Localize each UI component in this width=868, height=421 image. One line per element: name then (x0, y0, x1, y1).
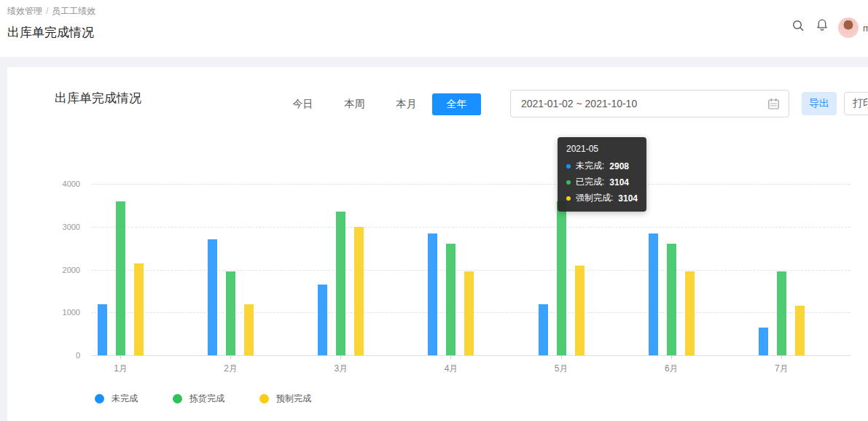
bar-group-3 (286, 184, 396, 355)
print-button[interactable]: 打印 (844, 92, 868, 115)
date-range-value: 2021-01-02 ~ 2021-10-10 (521, 98, 767, 109)
legend-label: 未完成 (112, 393, 138, 405)
x-axis-cell: 2月 (176, 356, 286, 375)
export-button[interactable]: 导出 (802, 92, 837, 115)
tooltip-series-dot (566, 196, 571, 201)
chart-tooltip: 2021-05 未完成:2908已完成:3104强制完成:3104 (558, 137, 646, 212)
bar-m6-preset-complete[interactable] (685, 271, 695, 355)
x-axis-tick (230, 356, 231, 359)
x-axis-tick (450, 356, 451, 359)
bar-m1-preset-complete[interactable] (134, 263, 144, 355)
bar-m2-preset-complete[interactable] (244, 304, 254, 356)
filter-full-year[interactable]: 全年 (432, 93, 481, 115)
legend-label: 预制完成 (276, 393, 311, 405)
chart-legend: 未完成拣货完成预制完成 (95, 393, 311, 405)
tooltip-row: 强制完成:3104 (566, 192, 638, 204)
tooltip-series-dot (566, 164, 571, 169)
legend-preset-complete[interactable]: 预制完成 (259, 393, 311, 405)
breadcrumb: 绩效管理/员工工绩效 (7, 5, 95, 18)
x-axis-tick (120, 356, 121, 359)
x-axis: 1月2月3月4月5月6月7月 (66, 356, 837, 375)
bar-m7-incomplete[interactable] (759, 328, 768, 355)
tooltip-series-dot (566, 180, 571, 185)
legend-dot-preset-complete (259, 394, 269, 403)
bar-m6-incomplete[interactable] (649, 233, 658, 355)
bar-m7-preset-complete[interactable] (795, 306, 805, 355)
legend-dot-incomplete (95, 394, 104, 403)
bar-m2-picking-complete[interactable] (226, 271, 235, 355)
search-icon[interactable] (791, 19, 805, 32)
bar-group-1 (66, 184, 176, 355)
x-axis-cell: 6月 (617, 356, 727, 375)
x-axis-cell: 7月 (727, 356, 837, 375)
legend-picking-complete[interactable]: 拣货完成 (173, 393, 224, 405)
bar-m2-incomplete[interactable] (208, 239, 217, 355)
bar-group-2 (176, 184, 286, 355)
bar-m4-preset-complete[interactable] (464, 271, 474, 355)
legend-label: 拣货完成 (189, 393, 224, 405)
bar-m5-preset-complete[interactable] (575, 266, 584, 355)
breadcrumb-item-employee-performance[interactable]: 员工工绩效 (52, 6, 95, 16)
x-axis-label: 3月 (335, 363, 348, 375)
x-axis-label: 5月 (555, 363, 568, 375)
top-bar: 绩效管理/员工工绩效 出库单完成情况 m (0, 0, 868, 57)
date-range-input[interactable]: 2021-01-02 ~ 2021-10-10 (510, 90, 789, 117)
bar-m6-picking-complete[interactable] (667, 244, 676, 355)
bar-group-7 (727, 184, 837, 355)
bar-m3-incomplete[interactable] (318, 285, 327, 355)
tooltip-series-label: 已完成: (576, 176, 604, 188)
bar-m5-picking-complete[interactable] (557, 201, 566, 356)
calendar-icon[interactable] (767, 98, 780, 110)
bar-plot-area (66, 184, 837, 355)
time-filter-group: 今日本周本月全年 (277, 93, 481, 115)
x-axis-tick (561, 356, 562, 359)
page-title: 出库单完成情况 (7, 24, 94, 41)
tooltip-title: 2021-05 (566, 144, 638, 154)
x-axis-label: 2月 (224, 363, 238, 375)
breadcrumb-separator: / (46, 6, 48, 16)
legend-dot-picking-complete (173, 394, 182, 403)
bar-m4-incomplete[interactable] (428, 233, 437, 355)
filter-this-month[interactable]: 本月 (380, 98, 432, 111)
x-axis-label: 1月 (114, 363, 128, 375)
bell-icon[interactable] (816, 18, 829, 31)
tooltip-series-value: 3104 (609, 177, 629, 188)
card-title: 出库单完成情况 (55, 90, 141, 107)
chart-card: 出库单完成情况 今日本周本月全年 2021-01-02 ~ 2021-10-10… (7, 67, 868, 421)
x-axis-tick (781, 356, 782, 359)
bar-m1-picking-complete[interactable] (116, 201, 125, 356)
x-axis-cell: 5月 (507, 356, 617, 375)
bar-m3-picking-complete[interactable] (336, 212, 345, 355)
x-axis-label: 4月 (445, 363, 458, 375)
bar-m5-incomplete[interactable] (539, 304, 548, 356)
bar-m7-picking-complete[interactable] (777, 271, 786, 355)
tooltip-row: 未完成:2908 (566, 160, 638, 172)
bar-m1-incomplete[interactable] (98, 304, 107, 356)
x-axis-cell: 4月 (396, 356, 506, 375)
tooltip-series-label: 未完成: (576, 160, 604, 172)
x-axis-cell: 1月 (66, 356, 176, 375)
bar-m4-picking-complete[interactable] (446, 244, 455, 355)
bar-m3-preset-complete[interactable] (354, 227, 364, 355)
tooltip-row: 已完成:3104 (566, 176, 638, 188)
x-axis-label: 7月 (775, 363, 789, 375)
bar-group-4 (396, 184, 506, 355)
legend-incomplete[interactable]: 未完成 (95, 393, 138, 405)
tooltip-series-value: 3104 (618, 193, 638, 204)
tooltip-series-label: 强制完成: (576, 192, 613, 204)
x-axis-cell: 3月 (286, 356, 396, 375)
tooltip-series-value: 2908 (609, 161, 629, 171)
user-name[interactable]: m (863, 23, 868, 34)
avatar[interactable] (838, 18, 859, 38)
breadcrumb-item-performance-management[interactable]: 绩效管理 (7, 6, 42, 16)
x-axis-tick (340, 356, 341, 359)
x-axis-tick (671, 356, 672, 359)
filter-today[interactable]: 今日 (277, 98, 329, 111)
filter-this-week[interactable]: 本周 (329, 98, 380, 111)
x-axis-label: 6月 (665, 363, 679, 375)
